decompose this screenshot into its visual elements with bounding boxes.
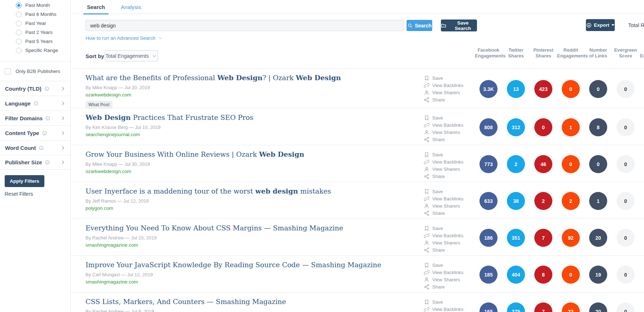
- radio-icon[interactable]: [16, 30, 22, 35]
- metric-cell-evergreen: 0: [612, 265, 639, 283]
- metric-cell-pinterest: 7: [530, 302, 557, 312]
- metric-cell-facebook: 808: [475, 118, 502, 136]
- filter-section[interactable]: Content Type: [0, 125, 70, 140]
- action-save[interactable]: Save: [424, 225, 463, 232]
- metric-column-header: RedditEngagements: [557, 47, 584, 59]
- sort-dropdown[interactable]: Total Engagements: [105, 50, 158, 61]
- radio-icon[interactable]: [16, 48, 22, 53]
- info-icon[interactable]: [44, 86, 49, 91]
- links-badge: 0: [589, 80, 607, 98]
- info-icon[interactable]: [33, 101, 39, 106]
- result-title[interactable]: CSS Lists, Markers, And Counters — Smash…: [86, 298, 417, 306]
- filter-section[interactable]: Country (TLD): [0, 81, 70, 96]
- b2b-checkbox[interactable]: [5, 68, 11, 74]
- action-label: Save: [432, 226, 443, 231]
- action-save[interactable]: Save: [424, 298, 463, 306]
- action-view-sharers[interactable]: View Sharers: [424, 129, 463, 136]
- metric-cell-links: 20: [584, 229, 612, 247]
- action-view-backlinks[interactable]: View Backlinks: [424, 269, 463, 276]
- date-range-option[interactable]: Past 6 Months: [16, 10, 70, 19]
- result-actions: Save View Backlinks View Sharers Share: [424, 261, 463, 290]
- action-share[interactable]: Share: [424, 96, 463, 103]
- search-button[interactable]: Search: [407, 20, 432, 31]
- search-icon: [407, 23, 413, 28]
- save-search-button[interactable]: Save Search: [441, 20, 477, 31]
- info-icon[interactable]: [42, 131, 47, 135]
- reset-filters-link[interactable]: Reset Filters: [5, 191, 70, 197]
- info-icon[interactable]: [45, 116, 51, 121]
- result-title[interactable]: User Inyerface is a maddening tour of th…: [86, 187, 417, 195]
- export-button[interactable]: Export: [586, 19, 615, 31]
- result-title[interactable]: Improve Your JavaScript Knowledge By Rea…: [86, 261, 417, 269]
- metric-cell-evergreen: 0: [612, 229, 639, 247]
- facebook-badge: 808: [479, 118, 498, 136]
- metric-cell-twitter: 351: [502, 229, 530, 247]
- action-view-backlinks[interactable]: View Backlinks: [424, 195, 463, 202]
- date-range-label: Past Month: [25, 3, 50, 8]
- filter-section[interactable]: Publisher Size: [0, 155, 70, 170]
- apply-filters-button[interactable]: Apply Filters: [5, 175, 44, 187]
- action-view-sharers[interactable]: View Sharers: [424, 202, 463, 209]
- link-icon: [424, 83, 429, 88]
- action-view-sharers[interactable]: View Sharers: [424, 165, 463, 173]
- b2b-publishers-toggle[interactable]: Only B2B Publishers: [0, 61, 70, 81]
- date-range-option[interactable]: Past Year: [16, 19, 70, 28]
- filter-section[interactable]: Filter Domains: [0, 110, 70, 125]
- save-search-label: Save Search: [449, 20, 477, 31]
- title-segment: Grow Your Business With Online Reviews |…: [86, 150, 259, 158]
- action-share[interactable]: Share: [424, 136, 463, 143]
- info-icon[interactable]: [45, 160, 50, 165]
- result-metrics: 185 404 8 0 19 0: [475, 265, 639, 283]
- action-share[interactable]: Share: [424, 209, 463, 217]
- result-title[interactable]: What are the Benefits of Professional We…: [86, 74, 417, 82]
- date-range-option[interactable]: Past 5 Years: [16, 37, 70, 46]
- result-actions: Save View Backlinks View Sharers Share: [424, 298, 463, 312]
- action-save[interactable]: Save: [424, 114, 463, 121]
- action-view-sharers[interactable]: View Sharers: [424, 276, 463, 283]
- action-save[interactable]: Save: [424, 74, 463, 82]
- facebook-badge: 185: [479, 265, 498, 283]
- info-icon[interactable]: [39, 146, 44, 150]
- date-range-option[interactable]: Past 2 Years: [16, 28, 70, 37]
- date-range-option[interactable]: Past Month: [16, 1, 70, 10]
- action-view-backlinks[interactable]: View Backlinks: [424, 121, 463, 129]
- tab-analysis[interactable]: Analysis: [119, 0, 143, 14]
- search-input[interactable]: [86, 20, 404, 31]
- metric-cell-links: 1: [584, 192, 612, 210]
- action-save[interactable]: Save: [424, 261, 463, 269]
- date-range-option[interactable]: Specific Range: [16, 46, 70, 55]
- action-view-backlinks[interactable]: View Backlinks: [424, 232, 463, 239]
- action-save[interactable]: Save: [424, 151, 463, 158]
- result-title[interactable]: Web Design Practices That Frustrate SEO …: [86, 113, 417, 121]
- action-view-sharers[interactable]: View Sharers: [424, 89, 463, 96]
- evergreen-badge: 0: [617, 80, 635, 98]
- tab-search[interactable]: Search: [86, 0, 106, 14]
- result-title[interactable]: Everything You Need To Know About CSS Ma…: [86, 224, 417, 232]
- reddit-badge: 0: [562, 155, 580, 173]
- filter-section[interactable]: Word Count: [0, 140, 70, 155]
- evergreen-badge: 0: [617, 302, 635, 312]
- filter-section[interactable]: Language: [0, 96, 70, 110]
- radio-icon[interactable]: [16, 39, 22, 44]
- metric-cell-pinterest: 0: [530, 118, 557, 136]
- radio-icon[interactable]: [16, 12, 22, 17]
- result-title[interactable]: Grow Your Business With Online Reviews |…: [86, 150, 417, 158]
- result-row: CSS Lists, Markers, And Counters — Smash…: [71, 292, 644, 312]
- advanced-search-label: How to run an Advanced Search: [86, 35, 155, 41]
- action-view-backlinks[interactable]: View Backlinks: [424, 306, 463, 312]
- title-segment: Practices That Frustrate SEO Pros: [131, 113, 253, 121]
- action-share[interactable]: Share: [424, 173, 463, 180]
- action-share[interactable]: Share: [424, 283, 463, 290]
- action-share[interactable]: Share: [424, 246, 463, 254]
- action-view-backlinks[interactable]: View Backlinks: [424, 158, 463, 165]
- radio-icon[interactable]: [16, 21, 22, 26]
- action-view-sharers[interactable]: View Sharers: [424, 239, 463, 246]
- radio-icon[interactable]: [16, 3, 22, 8]
- metric-cell-evergreen: 0: [612, 192, 639, 210]
- result-row: User Inyerface is a maddening tour of th…: [71, 182, 644, 219]
- clipped-column-header: En: [640, 53, 644, 58]
- total-results-text: Total Res: [628, 22, 644, 28]
- action-save[interactable]: Save: [424, 188, 463, 195]
- advanced-search-link[interactable]: How to run an Advanced Search: [86, 35, 163, 41]
- action-view-backlinks[interactable]: View Backlinks: [424, 82, 463, 89]
